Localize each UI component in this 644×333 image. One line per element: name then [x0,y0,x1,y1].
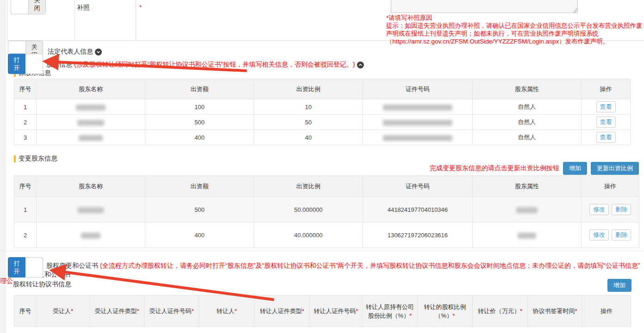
table-row: 240040.000000130627197206023616修改删除 [14,222,639,248]
section-divider [0,251,644,251]
toggle-label: 打开 [8,257,25,278]
table-cell: 50 [254,115,363,130]
column-header: 证件号码 [363,79,473,99]
hint-line-2: 提示：如因遗失营业执照办理补照，请确认已在国家企业信用信息公示平台发布营业执照作… [386,22,644,45]
redacted-value [383,135,452,141]
table-cell: 2 [14,115,37,130]
column-header: 序号 [14,296,37,327]
delete-button[interactable]: 删除 [612,204,631,215]
table-cell: 1 [14,99,37,115]
delete-button[interactable]: 删除 [612,229,631,240]
add-agreement-button[interactable]: 增加 [607,279,631,292]
original-shareholders-table: 序号股东名称出资额出资比例证件号码股东属性操作110010自然人查看250050… [14,79,631,145]
column-header: 操作 [582,296,631,327]
table-cell: 10 [254,99,363,115]
required-asterisk: * [302,308,304,314]
hint-line-1: *请填写补照原因 [386,14,644,22]
field-label-buzhao: 补照 [77,4,90,12]
table-cell: 441824197704010346 [363,197,473,222]
table-cell: 40 [254,130,363,145]
edit-button[interactable]: 修改 [589,229,609,240]
replacement-hint: *请填写补照原因 提示：如因遗失营业执照办理补照，请确认已在国家企业信用信息公示… [386,14,644,45]
transfer-agreement-title: 股权转让协议书信息 [13,280,71,289]
table-cell: 130627197206023616 [363,222,473,248]
table-cell [37,99,145,115]
cell-divider [136,0,136,41]
column-header: 出资额 [145,79,254,99]
table-cell [363,130,473,145]
table-cell: 查看 [581,115,631,130]
column-header: 操作 [581,79,631,99]
legal-rep-row: 法定代表人信息 [48,48,102,56]
table-cell: 自然人 [473,115,581,130]
redacted-value [383,105,452,111]
column-header: 操作 [581,176,639,197]
shareholder-info-row: 股东信息 (涉及股权转让须同时打开“股权转让协议书和公证书”按钮，并填写相关信息… [46,61,364,69]
equity-notary-title: 股权变更和公证书 [46,262,98,270]
column-header: 受让人证件号码* [144,296,199,327]
legal-rep-title: 法定代表人信息 [48,48,93,56]
equity-notary-note: (全流程方式办理股权转让，请务必同时打开“股东信息”及“股权转让协议书和公证书”… [100,262,641,270]
registration-form-page: 补照 * *请填写补照原因 提示：如因遗失营业执照办理补照，请确认已在国家企业信… [0,0,644,333]
column-header: 序号 [14,79,37,99]
column-header: 证件号码 [363,176,473,197]
toggle-knob [25,257,43,278]
table-cell [37,222,145,248]
column-header: 股东属性 [473,79,581,99]
required-asterisk: * [452,312,455,319]
table-cell [473,222,581,248]
textarea-resize-handle[interactable] [573,8,577,12]
column-header: 出资比例 [254,79,363,99]
redacted-value [81,233,100,239]
table-cell: 40.000000 [254,222,363,248]
changed-shareholders-table: 序号股东名称出资额出资比例证件号码股东属性操作150050.0000004418… [14,175,639,248]
required-asterisk: * [356,308,358,314]
table-cell [37,115,145,130]
update-ratio-tip: 完成变更股东信息的请点击更新出资比例按钮 [430,164,559,173]
column-header: 转让价（万元）* [473,296,528,327]
table-cell: 2 [14,222,37,248]
column-header: 出资比例 [254,176,363,197]
column-header: 协议书签署时间* [528,296,582,327]
table-cell: 查看 [581,99,631,115]
table-row: 250050自然人查看 [14,115,631,130]
column-header: 股东名称 [37,79,145,99]
changed-shareholders-toolbar: 完成变更股东信息的请点击更新出资比例按钮 增加 更新出资比例 [14,162,639,175]
redacted-value [383,120,452,126]
redacted-value [79,135,103,141]
column-header: 转让的股权比例（%）* [418,296,473,327]
toggle-knob [25,54,43,74]
shareholder-info-note: (涉及股权转让须同时打开“股权转让协议书和公证书”按钮，并填写相关信息，否则会被… [74,61,355,69]
shareholder-info-toggle[interactable]: 打开 [8,54,44,74]
table-cell: 100 [145,99,254,115]
equity-notary-toggle[interactable]: 打开 [8,257,44,278]
required-asterisk: * [234,308,237,314]
chevron-down-icon[interactable] [95,49,102,56]
redacted-value [518,233,536,239]
table-cell [37,130,145,145]
chevron-up-icon[interactable] [357,62,364,68]
table-cell: 3 [14,130,37,145]
view-button[interactable]: 查看 [596,101,616,112]
add-shareholder-button[interactable]: 增加 [563,162,587,175]
view-button[interactable]: 查看 [596,132,616,143]
required-asterisk: * [139,4,142,11]
update-ratio-button[interactable]: 更新出资比例 [591,162,639,175]
edit-button[interactable]: 修改 [589,204,609,215]
table-cell: 修改删除 [581,222,639,248]
table-cell: 自然人 [473,99,581,115]
toggle-label: 关闭 [28,0,46,14]
redacted-value [76,105,106,111]
redacted-value [78,207,104,213]
required-asterisk: * [71,308,73,314]
table-cell [473,197,581,222]
table-cell: 500 [145,197,254,222]
column-header: 出资额 [145,176,254,197]
view-button[interactable]: 查看 [596,117,616,128]
table-cell [363,115,473,130]
buzhao-toggle[interactable]: 关闭 [11,0,46,14]
column-header: 股东属性 [473,176,581,197]
replacement-reason-textarea[interactable] [391,0,578,13]
toggle-label: 打开 [8,54,25,74]
column-header: 序号 [14,176,37,197]
